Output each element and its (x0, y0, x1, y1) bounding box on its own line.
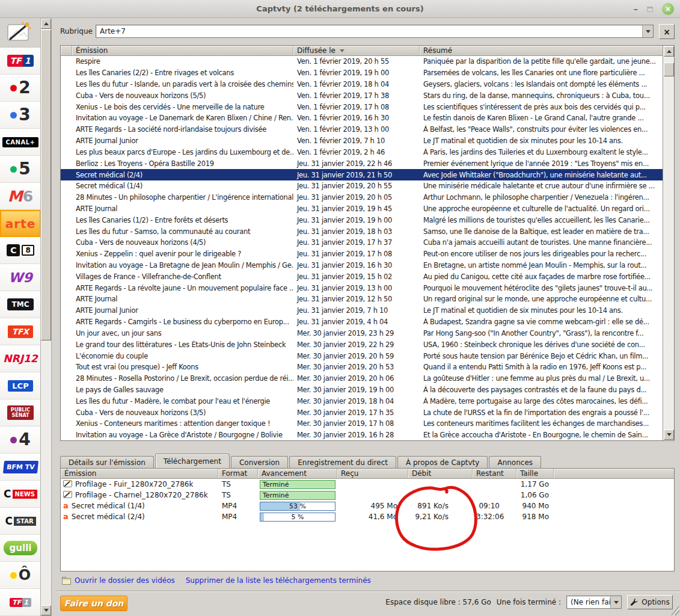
download-row[interactable]: aSecret médical (1/4)MP453 %495 Mo891 Ko… (61, 500, 674, 511)
table-row[interactable]: Xenius - Conteneurs maritimes : attentio… (61, 418, 663, 430)
dl-column-header-restant[interactable]: Restant (473, 469, 516, 478)
options-button[interactable]: Options (627, 595, 673, 609)
dl-column-header-dbit[interactable]: Débit (408, 469, 473, 478)
sidebar-channel-psenat[interactable]: PUBLICSÉNAT (0, 399, 41, 427)
table-row[interactable]: Tout est vrai (ou presque) - Jeff KoonsM… (61, 362, 663, 373)
sidebar-channel-tfx[interactable]: TFX (0, 318, 41, 345)
program-table-scrollbar[interactable] (663, 46, 674, 440)
table-row[interactable]: Le grand tour des littératures - Les Éta… (61, 339, 663, 350)
table-row[interactable]: Cuba - Vers de nouveaux horizons (3/5)Me… (61, 407, 663, 418)
table-row[interactable]: Cuba - Vers de nouveaux horizons (4/5)Je… (61, 237, 663, 248)
tab-conversion[interactable]: Conversion (231, 456, 288, 468)
chevron-down-icon[interactable] (642, 25, 653, 37)
table-row[interactable]: Cuba - Vers de nouveaux horizons (5/5)Ve… (61, 90, 663, 101)
table-row[interactable]: Les plus beaux parcs d'Europe - Les jard… (61, 147, 663, 158)
close-rubrique-button[interactable]: × (659, 24, 675, 39)
tab-annonces[interactable]: Annonces (489, 456, 541, 468)
scroll-down-icon[interactable] (41, 605, 51, 615)
clear-finished-link[interactable]: Supprimer de la liste les téléchargement… (186, 576, 371, 585)
sidebar-channel-canal[interactable]: CANAL+ (0, 129, 41, 156)
table-row[interactable]: Secret médical (2/4)Jeu. 31 janvier 2019… (61, 169, 663, 180)
table-row[interactable]: 28 Minutes - Un philosophe charpentier /… (61, 192, 663, 203)
donate-button[interactable]: Faire un don (60, 596, 127, 611)
table-row[interactable]: Xenius - Zeppelin : quel avenir pour le … (61, 248, 663, 260)
close-button-icon[interactable]: × (662, 3, 674, 15)
dl-column-header-taille[interactable]: Taille (516, 469, 554, 478)
scroll-up-icon[interactable] (41, 19, 51, 29)
table-row[interactable]: Le pays de Galles sauvageMer. 30 janvier… (61, 384, 663, 396)
sidebar-channel-lcp[interactable]: LCP (0, 372, 41, 399)
sidebar-channel-cnews[interactable]: CNEWS (0, 481, 41, 508)
sidebar-channel-tf1sf[interactable]: TF1 (0, 589, 41, 616)
table-row[interactable]: Les îles Canaries (2/2) - Entre rivages … (61, 67, 663, 79)
tab-a-propos[interactable]: À propos de Captvty (397, 456, 488, 468)
table-row[interactable]: Les îles du futur - Islande, un paradis … (61, 79, 663, 90)
rubrique-combobox[interactable]: Arte+7 (96, 25, 654, 38)
table-row[interactable]: Un jour avec, un jour sansMer. 30 janvie… (61, 328, 663, 339)
sidebar-channel-tf1[interactable]: TF1 (0, 48, 41, 75)
restore-button-icon[interactable] (647, 7, 653, 12)
download-row[interactable]: Profilage - Fuir_1280x720_2786kTSTerminé… (61, 479, 674, 490)
table-row[interactable]: Invitation au voyage - La Grèce d'Aristo… (61, 430, 663, 440)
table-row[interactable]: Invitation au voyage - La Bretagne de Je… (61, 260, 663, 271)
download-row[interactable]: Profilage - Charnel_1280x720_2786kTSTerm… (61, 490, 674, 500)
sidebar-channel-w9[interactable]: W9 (0, 264, 41, 291)
table-row[interactable]: ARTE Regards - La révolte jaune - Un mou… (61, 282, 663, 294)
column-header-emission[interactable]: Émission (72, 46, 293, 55)
cell-diffusee: Mer. 30 janvier 2019, 20 h 59 (293, 352, 420, 360)
download-row[interactable]: aSecret médical (2/4)MP45 %41,6 Mo9,21 K… (61, 511, 674, 522)
sidebar-channel-c8[interactable]: C8 (0, 237, 41, 264)
tab-enregistrement-direct[interactable]: Enregistrement du direct (289, 456, 396, 468)
resize-grip[interactable] (670, 605, 680, 616)
sidebar-channel-fr3[interactable]: 3 (0, 102, 41, 129)
sidebar-channel-gulli[interactable]: gulli (0, 535, 41, 562)
dl-column-header-format[interactable]: Format (218, 469, 258, 478)
sidebar-channel-fro[interactable]: Ô (0, 562, 41, 589)
table-row[interactable]: ARTE Journal JuniorJeu. 31 janvier 2019,… (61, 305, 663, 316)
table-row[interactable]: Secret médical (1/4)Jeu. 31 janvier 2019… (61, 180, 663, 192)
table-row[interactable]: ARTE Regards - La société nord-irlandais… (61, 124, 663, 135)
sidebar-channel-fr4[interactable]: 4 (0, 427, 41, 454)
table-row[interactable]: Berlioz : Les Troyens - Opéra Bastille 2… (61, 158, 663, 169)
table-row[interactable]: Les îles du futur - Madère, le combat po… (61, 395, 663, 407)
sidebar-scrollbar[interactable] (40, 18, 52, 616)
when-done-combobox[interactable]: (Ne rien faire) (566, 596, 622, 609)
dl-column-header-avancement[interactable]: Avancement (258, 469, 337, 478)
sidebar-channel-arte[interactable]: arte (0, 210, 41, 237)
tab-details-emission[interactable]: Détails sur l'émission (60, 456, 154, 468)
sidebar-channel-nrj12[interactable]: NRJ12 (0, 345, 41, 372)
sidebar-channel-bfmtv[interactable]: BFM TV (0, 454, 41, 481)
scroll-up-icon[interactable] (664, 46, 674, 57)
table-row[interactable]: ARTE Regards - Camgirls - Le business du… (61, 316, 663, 328)
cell-diffusee: Jeu. 31 janvier 2019, 18 h 03 (293, 227, 420, 236)
table-row[interactable]: L'économie du coupleMer. 30 janvier 2019… (61, 350, 663, 362)
sidebar-channel-fr5[interactable]: 5 (0, 156, 41, 183)
sidebar-channel-m6[interactable]: M6 (0, 183, 41, 210)
open-videos-folder-link[interactable]: Ouvrir le dossier des vidéos (62, 576, 175, 585)
sidebar-scrollbar-thumb[interactable] (41, 29, 51, 340)
table-row[interactable]: ARTE JournalJeu. 31 janvier 2019, 19 h 4… (61, 203, 663, 215)
chevron-down-icon[interactable] (610, 596, 621, 608)
sidebar-channel-tmc[interactable]: TMC (0, 291, 41, 318)
table-row[interactable]: Xenius - Le bois des cervidés - Une merv… (61, 101, 663, 112)
cell-diffusee: Jeu. 31 janvier 2019, 17 h 37 (293, 238, 420, 247)
column-header-resume[interactable]: Résumé (420, 46, 663, 55)
scroll-down-icon[interactable] (664, 430, 674, 440)
dl-column-header-mission[interactable]: Émission (61, 469, 218, 478)
dl-column-header-blank[interactable] (554, 469, 674, 478)
program-scrollbar-thumb[interactable] (664, 63, 674, 76)
column-header-diffusee[interactable]: Diffusée le (293, 46, 420, 55)
sidebar-channel-fr2[interactable]: 2 (0, 75, 41, 102)
sidebar-channel-cstar[interactable]: CSTAR (0, 508, 41, 535)
minimize-button-icon[interactable]: – (634, 5, 639, 14)
table-row[interactable]: Villages de France - Villefranche-de-Con… (61, 271, 663, 282)
table-row[interactable]: 28 Minutes - Rosella Postorino / Le Brex… (61, 373, 663, 384)
tab-telechargement[interactable]: Téléchargement (155, 454, 230, 468)
table-row[interactable]: RespireVen. 1 février 2019, 20 h 55Paniq… (61, 56, 663, 67)
table-row[interactable]: ARTE JournalJeu. 31 janvier 2019, 12 h 5… (61, 294, 663, 305)
table-row[interactable]: Les îles du futur - Samso, la communauté… (61, 226, 663, 237)
table-row[interactable]: Invitation au voyage - Le Danemark de Ka… (61, 112, 663, 124)
table-row[interactable]: Les îles Canaries (1/2) - Entre forêts e… (61, 214, 663, 226)
table-row[interactable]: ARTE Journal JuniorVen. 1 février 2019, … (61, 135, 663, 147)
dl-column-header-reu[interactable]: Reçu (337, 469, 408, 478)
